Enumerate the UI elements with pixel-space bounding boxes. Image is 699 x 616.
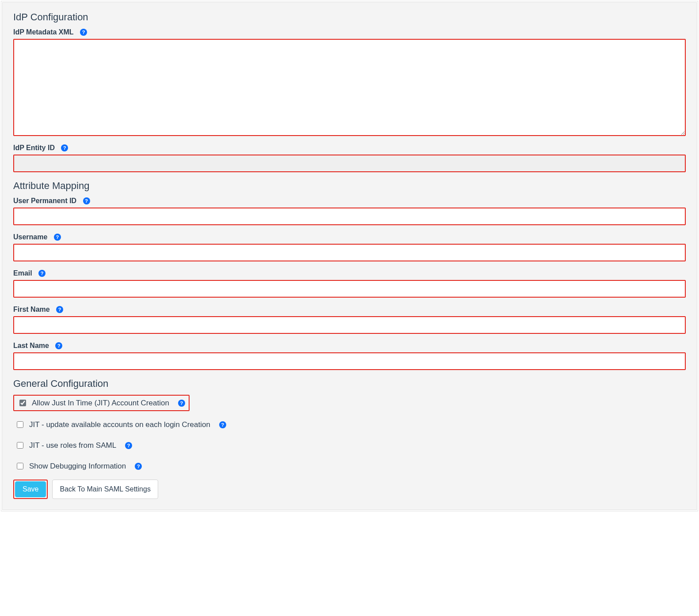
checkbox-row-debug: Show Debugging Information ?	[13, 459, 686, 473]
button-row: Save Back To Main SAML Settings	[13, 480, 686, 499]
label-last-name: Last Name	[13, 342, 49, 350]
help-icon[interactable]: ?	[61, 144, 68, 151]
outer-frame: IdP Configuration IdP Metadata XML ? IdP…	[1, 1, 698, 511]
label-user-permanent-id: User Permanent ID	[13, 197, 76, 205]
help-icon[interactable]: ?	[178, 400, 185, 407]
checkbox-row-jit-allow: Allow Just In Time (JIT) Account Creatio…	[18, 398, 185, 408]
label-first-name: First Name	[13, 306, 50, 314]
debug-checkbox[interactable]	[17, 463, 23, 469]
label-username: Username	[13, 233, 47, 241]
form-group-username: Username ?	[13, 233, 686, 261]
form-group-idp-entity: IdP Entity ID ?	[13, 144, 686, 172]
idp-entity-id-input[interactable]	[13, 155, 686, 172]
form-group-user-permanent-id: User Permanent ID ?	[13, 197, 686, 225]
checkbox-row-jit-roles: JIT - use roles from SAML ?	[13, 438, 686, 453]
form-group-last-name: Last Name ?	[13, 342, 686, 370]
jit-update-checkbox[interactable]	[17, 421, 23, 428]
debug-label: Show Debugging Information	[29, 462, 126, 471]
help-icon[interactable]: ?	[38, 270, 46, 277]
checkbox-row-jit-update: JIT - update available accounts on each …	[13, 417, 686, 432]
help-icon[interactable]: ?	[80, 29, 87, 36]
help-icon[interactable]: ?	[54, 234, 61, 241]
user-permanent-id-input[interactable]	[13, 208, 686, 225]
back-button[interactable]: Back To Main SAML Settings	[52, 480, 158, 499]
jit-update-label: JIT - update available accounts on each …	[29, 420, 210, 429]
help-icon[interactable]: ?	[219, 421, 226, 428]
first-name-input[interactable]	[13, 316, 686, 334]
form-group-idp-metadata: IdP Metadata XML ?	[13, 28, 686, 136]
settings-panel: IdP Configuration IdP Metadata XML ? IdP…	[2, 2, 697, 510]
email-input[interactable]	[13, 280, 686, 298]
form-group-first-name: First Name ?	[13, 306, 686, 334]
save-button-highlight: Save	[13, 480, 48, 499]
label-email: Email	[13, 269, 32, 277]
help-icon[interactable]: ?	[56, 306, 63, 313]
section-title-idp: IdP Configuration	[13, 11, 686, 23]
section-title-general: General Configuration	[13, 378, 686, 389]
username-input[interactable]	[13, 244, 686, 261]
jit-roles-label: JIT - use roles from SAML	[29, 441, 116, 450]
jit-allow-label: Allow Just In Time (JIT) Account Creatio…	[32, 399, 169, 408]
checkbox-row-jit-allow-highlight: Allow Just In Time (JIT) Account Creatio…	[13, 395, 190, 411]
help-icon[interactable]: ?	[83, 197, 90, 204]
last-name-input[interactable]	[13, 352, 686, 370]
idp-metadata-xml-textarea[interactable]	[13, 39, 686, 136]
section-title-attr: Attribute Mapping	[13, 180, 686, 192]
help-icon[interactable]: ?	[135, 463, 142, 470]
jit-allow-checkbox[interactable]	[19, 400, 26, 406]
label-idp-metadata: IdP Metadata XML	[13, 28, 74, 36]
jit-roles-checkbox[interactable]	[17, 442, 23, 449]
save-button[interactable]: Save	[15, 481, 46, 497]
form-group-email: Email ?	[13, 269, 686, 298]
label-idp-entity: IdP Entity ID	[13, 144, 55, 152]
help-icon[interactable]: ?	[125, 442, 132, 449]
help-icon[interactable]: ?	[55, 342, 62, 349]
